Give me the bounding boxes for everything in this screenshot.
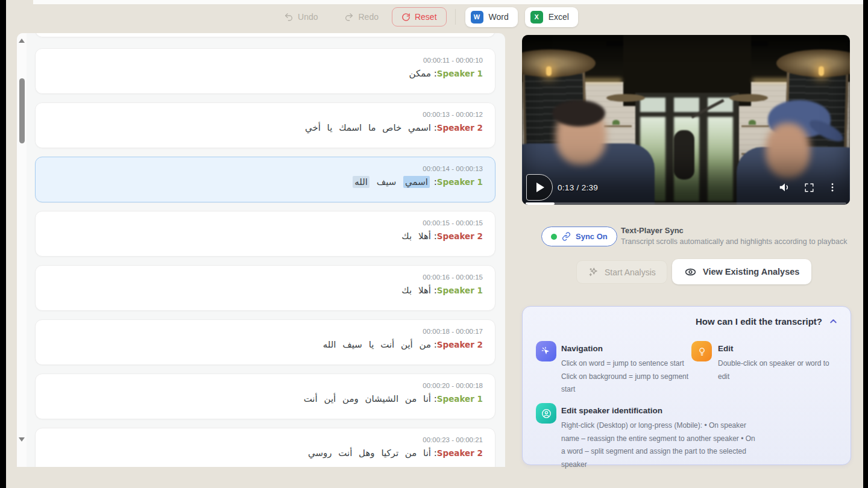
redo-button[interactable]: Redo	[344, 12, 378, 22]
transcript-word[interactable]: سيف	[375, 176, 398, 188]
fullscreen-button[interactable]	[804, 182, 815, 193]
volume-icon	[778, 181, 791, 194]
start-analysis-button[interactable]: Start Analysis	[576, 260, 667, 284]
progress-played	[526, 202, 555, 205]
transcript-word[interactable]: اسمي	[403, 176, 430, 188]
speaker-label[interactable]: Speaker 1	[437, 394, 483, 404]
excel-icon: X	[530, 11, 543, 23]
transcript-panel: 00:00:11 - 00:00:10Speaker 1: ممكن00:00:…	[17, 33, 505, 467]
export-excel-button[interactable]: X Excel	[525, 7, 578, 27]
segment-timestamp: 00:00:13 - 00:00:12	[48, 111, 483, 118]
speaker-label[interactable]: Speaker 2	[437, 123, 483, 133]
undo-button[interactable]: Undo	[284, 12, 318, 22]
start-analysis-label: Start Analysis	[605, 267, 656, 277]
segment-text-line: Speaker 1: أهلا بك	[48, 285, 483, 296]
reset-icon	[401, 13, 410, 22]
transcript-segment[interactable]	[35, 33, 495, 37]
speaker-label[interactable]: Speaker 1	[437, 286, 483, 295]
export-word-button[interactable]: W Word	[465, 7, 518, 27]
toolbar-divider	[455, 9, 456, 25]
segment-text-line: Speaker 2: أنا من تركيا وهل أنت روسي	[48, 448, 483, 458]
transcript-segment[interactable]: 00:00:23 - 00:00:21Speaker 2: أنا من ترك…	[35, 428, 495, 467]
scroll-down-arrow[interactable]	[19, 437, 25, 442]
app-window: Undo Redo Reset W Word X Excel 00:00:11 …	[6, 0, 863, 488]
speaker-identification-icon	[536, 403, 556, 424]
transcript-segment[interactable]: 00:00:15 - 00:00:15Speaker 2: أهلا بك	[35, 211, 495, 257]
help-title: How can I edit the transcript?	[696, 316, 822, 327]
sync-toggle-button[interactable]: Sync On	[541, 227, 617, 246]
scrollbar-thumb[interactable]	[19, 78, 25, 143]
speaker-label[interactable]: Speaker 2	[437, 448, 483, 458]
segment-text-line: Speaker 2: أهلا بك	[48, 231, 483, 242]
fullscreen-icon	[804, 182, 815, 193]
eye-icon	[684, 266, 697, 278]
help-section-navigation-title: Navigation	[561, 344, 603, 353]
view-analyses-button[interactable]: View Existing Analyses	[672, 259, 811, 284]
segment-timestamp: 00:00:15 - 00:00:15	[48, 219, 483, 227]
segment-text-line: Speaker 1: أنا من الشيشان ومن أين أنت	[48, 393, 483, 404]
view-analyses-label: View Existing Analyses	[703, 267, 799, 277]
help-section-speaker-body: Right-click (Desktop) or long-press (Mob…	[561, 419, 760, 471]
transcript-segment[interactable]: 00:00:20 - 00:00:18Speaker 1: أنا من الش…	[35, 374, 495, 419]
transcript-segment[interactable]: 00:00:13 - 00:00:12Speaker 2: اسمي خاص م…	[35, 102, 495, 148]
word-icon: W	[471, 11, 483, 23]
transcript-segment[interactable]: 00:00:11 - 00:00:10Speaker 1: ممكن	[35, 48, 495, 94]
undo-label: Undo	[298, 12, 318, 22]
segment-text[interactable]: أنا من الشيشان ومن أين أنت	[304, 393, 431, 404]
video-controls: 0:13 / 2:39	[522, 174, 850, 201]
video-time: 0:13 / 2:39	[558, 183, 598, 192]
transcript-segment[interactable]: 00:00:14 - 00:00:13Speaker 1: اسمي سيف ا…	[35, 157, 495, 202]
transcript-segment[interactable]: 00:00:16 - 00:00:15Speaker 1: أهلا بك	[35, 265, 495, 311]
segment-timestamp: 00:00:16 - 00:00:15	[48, 274, 483, 281]
segment-text[interactable]: ممكن	[409, 68, 431, 79]
sync-title: Text-Player Sync	[621, 226, 856, 235]
help-section-navigation-body: Click on word = jump to sentence start C…	[561, 357, 689, 396]
link-icon	[562, 232, 571, 241]
transcript-word[interactable]: الله	[353, 176, 370, 188]
speaker-label[interactable]: Speaker 1	[437, 69, 483, 78]
speaker-label[interactable]: Speaker 2	[437, 231, 483, 241]
segment-text[interactable]: اسمي خاص ما اسمك يا أخي	[305, 122, 431, 133]
sparkles-icon	[588, 266, 599, 278]
segment-text-line: Speaker 2: من أين أنت يا سيف الله	[48, 339, 483, 350]
video-progress-bar[interactable]	[526, 202, 846, 205]
speaker-label[interactable]: Speaker 1	[437, 177, 483, 187]
segment-timestamp: 00:00:20 - 00:00:18	[48, 382, 483, 389]
transcript-segment[interactable]: 00:00:18 - 00:00:17Speaker 2: من أين أنت…	[35, 319, 495, 365]
segment-timestamp: 00:00:18 - 00:00:17	[48, 328, 483, 335]
navigation-icon	[536, 341, 556, 361]
word-label: Word	[489, 12, 509, 22]
help-collapse-toggle[interactable]: How can I edit the transcript?	[696, 316, 838, 327]
help-section-speaker-title: Edit speaker identification	[561, 406, 662, 415]
more-options-button[interactable]	[827, 182, 838, 193]
sync-status-dot	[551, 234, 557, 240]
volume-button[interactable]	[778, 181, 791, 194]
help-section-edit-body: Double-click on speaker or word to edit	[718, 357, 841, 383]
speaker-label[interactable]: Speaker 2	[437, 340, 483, 349]
reset-label: Reset	[415, 12, 437, 22]
chevron-up-icon	[828, 316, 838, 327]
segment-text[interactable]: أهلا بك	[401, 231, 431, 242]
segment-timestamp: 00:00:23 - 00:00:21	[48, 436, 483, 443]
window-top-strip	[33, 0, 863, 4]
segment-timestamp: 00:00:11 - 00:00:10	[48, 57, 483, 64]
reset-button[interactable]: Reset	[392, 7, 447, 27]
sync-description: Text-Player Sync Transcript scrolls auto…	[621, 226, 856, 246]
excel-label: Excel	[549, 12, 569, 22]
scroll-up-arrow[interactable]	[19, 39, 25, 43]
video-player[interactable]: 0:13 / 2:39	[522, 35, 850, 205]
sync-subtitle: Transcript scrolls automatically and hig…	[621, 237, 856, 246]
transcript-scrollbar[interactable]	[17, 33, 27, 467]
segment-text-line: Speaker 2: اسمي خاص ما اسمك يا أخي	[48, 122, 483, 133]
segment-list: 00:00:11 - 00:00:10Speaker 1: ممكن00:00:…	[35, 33, 495, 467]
sync-button-label: Sync On	[576, 232, 608, 241]
play-button[interactable]	[526, 174, 553, 201]
segment-text-line: Speaker 1: اسمي سيف الله	[48, 177, 483, 187]
toolbar: Undo Redo Reset W Word X Excel	[6, 5, 863, 29]
kebab-menu-icon	[827, 182, 838, 193]
edit-icon	[691, 341, 712, 361]
segment-text-line: Speaker 1: ممكن	[48, 68, 483, 79]
segment-text[interactable]: أنا من تركيا وهل أنت روسي	[308, 448, 431, 458]
segment-text[interactable]: أهلا بك	[401, 285, 431, 296]
segment-text[interactable]: من أين أنت يا سيف الله	[323, 339, 431, 350]
